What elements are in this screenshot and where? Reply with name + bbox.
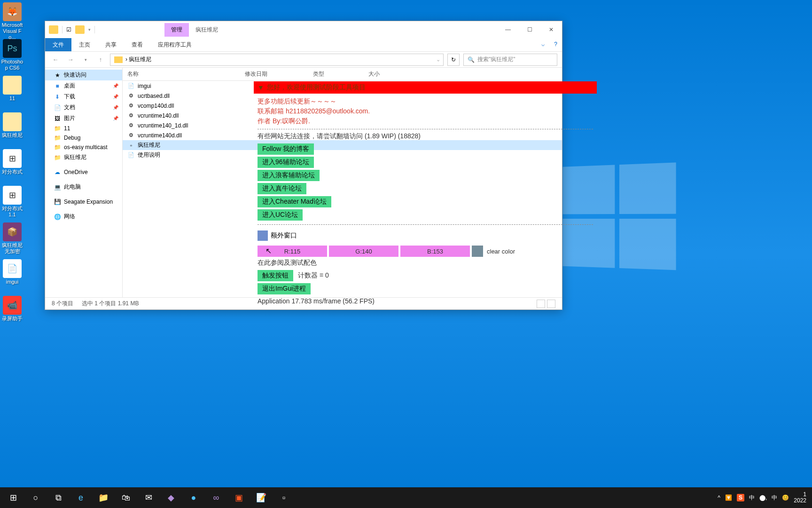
- taskbar-store[interactable]: 🛍: [115, 487, 137, 508]
- desktop-icon[interactable]: 11: [0, 76, 24, 109]
- ribbon-tab-share[interactable]: 共享: [98, 38, 124, 51]
- nav-up-button[interactable]: ↑: [95, 54, 106, 65]
- contextual-tab-manage[interactable]: 管理: [164, 23, 189, 37]
- ribbon-tab-apptools[interactable]: 应用程序工具: [150, 38, 199, 51]
- langke-button[interactable]: 进入浪客辅助论坛: [258, 170, 320, 181]
- desktop-icon[interactable]: 📹录屏助手: [0, 296, 24, 329]
- ribbon-tab-view[interactable]: 查看: [124, 38, 150, 51]
- taskbar-app[interactable]: ◆: [160, 487, 182, 508]
- tray-icon[interactable]: 😊: [782, 494, 789, 501]
- tray-icon[interactable]: ⬤,: [759, 494, 767, 501]
- start-button[interactable]: ⊞: [2, 487, 24, 508]
- taskbar-app[interactable]: ●: [182, 487, 205, 508]
- header-type[interactable]: 类型: [308, 70, 364, 78]
- sidebar-this-pc[interactable]: 💻此电脑: [45, 182, 122, 192]
- explorer-nav: ← → ▾ ↑ › 疯狂维尼 ⌵ ↻ 🔍 搜索"疯狂维尼": [45, 52, 562, 68]
- clock-date[interactable]: 2022: [794, 497, 806, 504]
- task-view-button[interactable]: ⧉: [47, 487, 70, 508]
- taskbar-app[interactable]: ▣: [227, 487, 250, 508]
- nav-forward-button[interactable]: →: [65, 54, 76, 65]
- follow-blog-button[interactable]: Follow 我的博客: [258, 143, 314, 155]
- clock-time[interactable]: 1: [803, 491, 806, 498]
- color-r-field[interactable]: R:115: [258, 246, 327, 257]
- help-icon[interactable]: ?: [549, 38, 562, 51]
- zhenniu-button[interactable]: 进入真牛论坛: [258, 183, 306, 194]
- explorer-titlebar[interactable]: ☑ ▾ 管理 疯狂维尼 — ☐ ✕: [45, 21, 562, 38]
- breadcrumb[interactable]: › 疯狂维尼 ⌵: [110, 54, 444, 66]
- taskbar-explorer[interactable]: 📁: [92, 487, 115, 508]
- ribbon-tabs: 文件 主页 共享 查看 应用程序工具 ⌵ ?: [45, 38, 562, 52]
- taskbar-vs[interactable]: ∞: [205, 487, 227, 508]
- minimize-button[interactable]: —: [497, 21, 519, 38]
- color-g-field[interactable]: G:140: [329, 246, 398, 257]
- ime-indicator[interactable]: 中: [772, 494, 777, 502]
- refresh-button[interactable]: ↻: [447, 54, 460, 66]
- ribbon-collapse-icon[interactable]: ⌵: [537, 38, 549, 51]
- folder-icon: 📁: [54, 125, 61, 132]
- sidebar-network[interactable]: 🌐网络: [45, 211, 122, 222]
- checkbox-box[interactable]: [258, 230, 268, 241]
- sidebar-item[interactable]: 📁11: [45, 124, 122, 133]
- desktop-icon[interactable]: 📄imgui: [0, 259, 24, 292]
- drive-icon: 💾: [54, 198, 61, 205]
- column-headers[interactable]: 名称 修改日期 类型 大小: [123, 68, 562, 81]
- desktop-icon[interactable]: ⊞对分布式 1.1: [0, 186, 24, 219]
- sidebar-item-documents[interactable]: 📄文档📌: [45, 102, 122, 113]
- ime-indicator[interactable]: 中: [749, 494, 755, 502]
- info-text: 作者 By:叹啊公爵.: [258, 116, 593, 126]
- color-b-field[interactable]: B:153: [400, 246, 470, 257]
- desktop-icon[interactable]: 疯狂维尼: [0, 112, 24, 145]
- header-name[interactable]: 名称: [123, 70, 240, 78]
- chevron-down-icon[interactable]: ⌵: [437, 57, 439, 62]
- pin-icon: 📌: [113, 105, 118, 110]
- qat-checkbox-icon[interactable]: ☑: [66, 26, 71, 33]
- desktop-icon[interactable]: 📦疯狂维尼 无加密: [0, 222, 24, 255]
- imgui-window[interactable]: ▼ 您好，欢迎使用测试阶段工具项目 更多功能后续更新～～～～ 联系邮箱 h211…: [254, 81, 597, 310]
- taskbar-app[interactable]: 📝: [250, 487, 273, 508]
- uc-button[interactable]: 进入UC论坛: [258, 209, 303, 221]
- collapse-triangle-icon[interactable]: ▼: [258, 84, 264, 91]
- taskbar-mail[interactable]: ✉: [137, 487, 160, 508]
- ribbon-tab-file[interactable]: 文件: [45, 38, 71, 51]
- desktop-icon[interactable]: 🦊Microsoft Visual Fo...: [0, 2, 24, 35]
- nav-recent-button[interactable]: ▾: [80, 54, 91, 65]
- taskbar-app[interactable]: ▫: [273, 487, 295, 508]
- close-button[interactable]: ✕: [540, 21, 562, 38]
- imgui-titlebar[interactable]: ▼ 您好，欢迎使用测试阶段工具项目: [254, 81, 597, 94]
- sidebar-item[interactable]: 📁疯狂维尼: [45, 152, 122, 163]
- header-date[interactable]: 修改日期: [240, 70, 308, 78]
- color-edit[interactable]: R:115 G:140 B:153 clear color: [258, 246, 593, 257]
- folder-icon: [114, 56, 123, 63]
- ribbon-tab-home[interactable]: 主页: [71, 38, 98, 51]
- desktop-icon[interactable]: ⊞对分布式: [0, 149, 24, 182]
- picture-icon: 🖼: [54, 115, 61, 122]
- color-swatch[interactable]: [472, 246, 483, 257]
- sidebar-item-desktop[interactable]: ■桌面📌: [45, 80, 122, 91]
- sidebar-item-downloads[interactable]: ⬇下载📌: [45, 91, 122, 102]
- folder-icon: 📁: [54, 135, 61, 141]
- search-input[interactable]: 🔍 搜索"疯狂维尼": [463, 54, 557, 66]
- nav-back-button[interactable]: ←: [50, 54, 61, 65]
- taskbar-edge[interactable]: e: [70, 487, 92, 508]
- pin-icon: 📌: [113, 83, 118, 88]
- search-button[interactable]: ○: [24, 487, 47, 508]
- sidebar-seagate[interactable]: 💾Seagate Expansion: [45, 197, 122, 206]
- sidebar-onedrive[interactable]: ☁OneDrive: [45, 167, 122, 177]
- sidebar-item[interactable]: 📁os-easy multicast: [45, 143, 122, 152]
- system-tray[interactable]: ^ 🔽 S 中 ⬤, 中 😊 1 2022: [718, 492, 810, 504]
- sidebar-item-pictures[interactable]: 🖼图片📌: [45, 113, 122, 124]
- extra-window-checkbox[interactable]: 额外窗口: [258, 230, 297, 241]
- cheatermad-button[interactable]: 进入Cheater Mad论坛: [258, 196, 331, 207]
- sidebar-quick-access[interactable]: ★快速访问: [45, 70, 122, 80]
- trigger-button[interactable]: 触发按钮: [258, 270, 293, 281]
- sogou-ime-icon[interactable]: S: [737, 494, 744, 501]
- maximize-button[interactable]: ☐: [519, 21, 540, 38]
- desktop-icon[interactable]: PsPhotoshop CS6: [0, 39, 24, 72]
- window-title: 疯狂维尼: [189, 23, 225, 37]
- sidebar-item[interactable]: 📁Debug: [45, 133, 122, 143]
- tray-chevron-icon[interactable]: ^: [718, 494, 720, 501]
- header-size[interactable]: 大小: [364, 70, 406, 78]
- bbs96-button[interactable]: 进入96辅助论坛: [258, 157, 314, 168]
- exit-imgui-button[interactable]: 退出ImGui进程: [258, 283, 311, 294]
- tray-icon[interactable]: 🔽: [725, 494, 732, 501]
